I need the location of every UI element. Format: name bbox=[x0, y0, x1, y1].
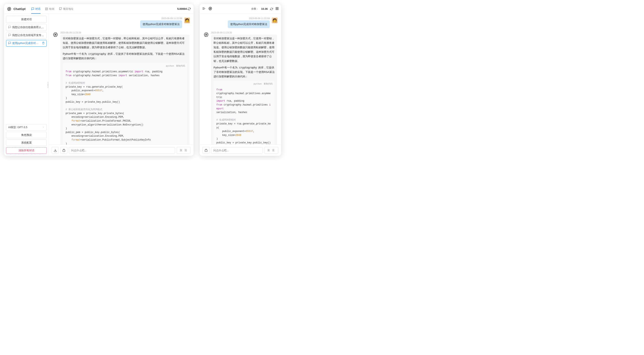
code-block: python 复制代码 from cryptography.hazmat.pri… bbox=[214, 81, 275, 144]
trash-icon[interactable] bbox=[42, 42, 44, 45]
user-avatar: 🧑 bbox=[184, 18, 190, 23]
inline-code: cryptography bbox=[238, 66, 258, 69]
svg-rect-4 bbox=[62, 150, 65, 152]
chevron-down-icon bbox=[42, 126, 44, 129]
openai-logo-icon bbox=[208, 6, 212, 11]
system-config-button[interactable]: 系统配置 bbox=[6, 140, 47, 146]
message-paragraph: Python中有一个名为 cryptography 的库，它提供了非对称加密算法… bbox=[214, 66, 275, 79]
tab-label: 项目地址 bbox=[63, 7, 74, 11]
send-button[interactable]: 发 送 bbox=[177, 147, 191, 154]
message-assistant: 2023-05-09 11:23:20 非对称加密算法是一种加密方式，它使用一对… bbox=[52, 31, 190, 144]
openai-logo-icon bbox=[7, 7, 12, 11]
user-avatar: 🧑 bbox=[272, 18, 278, 23]
code-lang-label: python bbox=[254, 82, 262, 86]
message-bubble: 非对称加密算法是一种加密方式，它使用一对密钥，即公钥和私钥，其中公钥可以公开，私… bbox=[60, 34, 190, 144]
sidebar-resize-handle[interactable] bbox=[49, 14, 49, 156]
message-user: 🧑 2023-05-09 11:22:59 使用python完成非对称加密算法 bbox=[203, 17, 278, 28]
svg-rect-10 bbox=[277, 7, 278, 8]
message-bubble: 非对称加密算法是一种加密方式，它使用一对密钥，即公钥和私钥，其中公钥可以公开，私… bbox=[211, 34, 277, 144]
sidebar-chat-item[interactable]: 我想让你充当前端开发专家。我将... bbox=[6, 32, 47, 39]
model-select[interactable]: AI模型: GPT-3.5 bbox=[6, 124, 47, 130]
chat-item-label: 我想让你担任歌曲推荐人。我将为... bbox=[12, 26, 44, 29]
header-brand: ChatGpt bbox=[7, 7, 26, 11]
message-timestamp: 2023-05-09 11:22:59 bbox=[161, 17, 182, 20]
mobile-header: 余额： 10.36 bbox=[200, 4, 281, 14]
message-list[interactable]: 🧑 2023-05-09 11:22:59 使用python完成非对称加密算法 … bbox=[49, 14, 194, 144]
refresh-icon[interactable] bbox=[188, 7, 191, 10]
tab-label: 对话 bbox=[35, 7, 40, 11]
tab-label: 绘画 bbox=[49, 7, 54, 11]
chat-footer: 发 送 bbox=[49, 144, 194, 156]
model-select-label: AI模型: GPT-3.5 bbox=[8, 126, 27, 129]
prompt-store-button[interactable] bbox=[60, 147, 67, 154]
chat-bubble-icon bbox=[8, 34, 11, 37]
role-preset-button[interactable]: 角色预设 bbox=[6, 132, 47, 138]
balance-value: 10.36 bbox=[261, 7, 268, 10]
tab-repo[interactable]: 项目地址 bbox=[59, 4, 74, 14]
chat-item-label: 我想让你充当前端开发专家。我将... bbox=[12, 34, 44, 37]
chat-bubble-icon bbox=[8, 26, 11, 29]
message-timestamp: 2023-05-09 11:23:20 bbox=[211, 31, 277, 34]
sidebar-chat-item[interactable]: 我想让你担任歌曲推荐人。我将为... bbox=[6, 24, 47, 31]
message-assistant: 2023-05-09 11:23:20 非对称加密算法是一种加密方式，它使用一对… bbox=[203, 31, 278, 144]
sidebar: 新建对话 我想让你担任歌曲推荐人。我将为... 我想让你充当前端开发专家。我将.… bbox=[4, 14, 49, 156]
code-lang-label: python bbox=[166, 64, 174, 68]
message-user: 🧑 2023-05-09 11:22:59 使用python完成非对称加密算法 bbox=[52, 17, 190, 28]
copy-code-button[interactable]: 复制代码 bbox=[264, 82, 272, 86]
svg-rect-9 bbox=[276, 7, 277, 8]
mobile-window: 余额： 10.36 🧑 2023-05-09 11:22:59 使用python… bbox=[200, 4, 281, 156]
chat-input[interactable] bbox=[69, 147, 175, 154]
message-timestamp: 2023-05-09 11:23:20 bbox=[60, 31, 190, 34]
message-bubble: 使用python完成非对称加密算法 bbox=[228, 20, 270, 28]
prompt-store-button[interactable] bbox=[202, 147, 210, 154]
assistant-avatar bbox=[203, 32, 209, 38]
tab-draw[interactable]: 绘画 bbox=[45, 4, 54, 14]
chat-bubble-icon bbox=[8, 42, 11, 45]
tab-chat[interactable]: 对话 bbox=[31, 4, 40, 14]
send-button[interactable]: 发 送 bbox=[264, 147, 278, 154]
svg-rect-12 bbox=[277, 9, 278, 10]
clear-all-button[interactable]: 清除所有对话 bbox=[6, 147, 47, 154]
chat-list: 我想让你担任歌曲推荐人。我将为... 我想让你充当前端开发专家。我将... 使用… bbox=[6, 24, 47, 47]
message-bubble: 使用python完成非对称加密算法 bbox=[140, 20, 182, 28]
export-button[interactable] bbox=[52, 147, 59, 154]
copy-code-button[interactable]: 复制代码 bbox=[176, 64, 185, 68]
message-paragraph: Python中有一个名为 cryptography 的库，它提供了非对称加密算法… bbox=[63, 52, 187, 61]
new-chat-button[interactable]: 新建对话 bbox=[6, 16, 47, 23]
svg-point-2 bbox=[46, 8, 46, 8]
app-header: ChatGpt 对话 绘画 项目地址 5.00004 bbox=[4, 4, 194, 14]
message-list[interactable]: 🧑 2023-05-09 11:22:59 使用python完成非对称加密算法 … bbox=[200, 14, 281, 144]
chat-item-label: 使用python完成非对称加密算法 bbox=[12, 42, 41, 45]
chat-input[interactable] bbox=[211, 147, 262, 154]
app-title: ChatGpt bbox=[14, 7, 26, 10]
balance-value: 5.00004 bbox=[177, 7, 187, 10]
assistant-avatar bbox=[52, 32, 58, 38]
code-block: python 复制代码 from cryptography.hazmat.pri… bbox=[63, 63, 187, 144]
balance-display: 5.00004 bbox=[177, 7, 191, 10]
code-body[interactable]: from cryptography.hazmat.primitives.asym… bbox=[63, 69, 187, 144]
code-body[interactable]: from cryptography.hazmat.primitives.asym… bbox=[214, 87, 275, 144]
svg-rect-14 bbox=[205, 150, 207, 152]
header-tabs: 对话 绘画 项目地址 bbox=[31, 4, 74, 14]
menu-toggle-icon[interactable] bbox=[202, 7, 206, 11]
desktop-window: ChatGpt 对话 绘画 项目地址 5.00004 新建对 bbox=[4, 4, 194, 156]
message-paragraph: 非对称加密算法是一种加密方式，它使用一对密钥，即公钥和私钥，其中公钥可以公开，私… bbox=[214, 36, 275, 63]
inline-code: cryptography bbox=[88, 52, 107, 56]
chat-main: 🧑 2023-05-09 11:22:59 使用python完成非对称加密算法 … bbox=[49, 14, 194, 156]
chat-footer: 发 送 bbox=[200, 144, 281, 156]
apps-grid-icon[interactable] bbox=[276, 7, 279, 11]
refresh-icon[interactable] bbox=[270, 8, 273, 10]
sidebar-chat-item[interactable]: 使用python完成非对称加密算法 bbox=[6, 40, 47, 47]
balance-label: 余额： bbox=[251, 7, 258, 10]
message-timestamp: 2023-05-09 11:22:59 bbox=[249, 17, 270, 20]
message-paragraph: 非对称加密算法是一种加密方式，它使用一对密钥，即公钥和私钥，其中公钥可以公开，私… bbox=[63, 36, 187, 50]
svg-rect-11 bbox=[276, 9, 277, 10]
